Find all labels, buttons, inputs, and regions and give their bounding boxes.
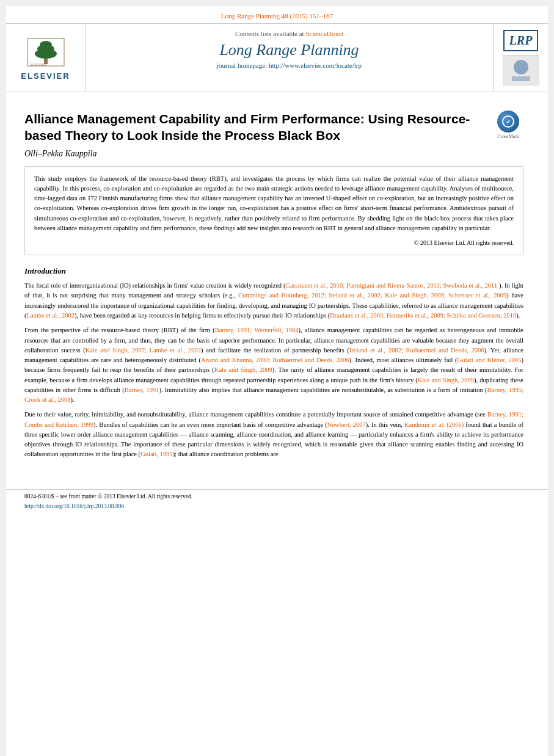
header-section: ELSEVIER ELSEVIER Contents lists availab… xyxy=(6,24,548,92)
ref-gulati2[interactable]: Gulati, 1999 xyxy=(140,451,173,457)
ref-kale3[interactable]: Kale and Singh, 2009 xyxy=(418,377,474,383)
ref-kale1[interactable]: Kale and Singh, 2007; Lambe et al., 2002 xyxy=(86,347,201,354)
lrp-image xyxy=(503,55,539,85)
footer-section: 0024-6301/$ – see front matter © 2013 El… xyxy=(6,489,548,511)
article-title-row: Alliance Management Capability and Firm … xyxy=(24,111,523,144)
ref-draulans[interactable]: Draulans et al., 2003; Heimeriks et al.,… xyxy=(330,312,516,319)
svg-point-4 xyxy=(40,41,52,48)
ref-cummings[interactable]: Cummings and Holmberg, 2012; Ireland et … xyxy=(238,292,506,299)
top-bar: Long Range Planning 48 (2015) 151–167 xyxy=(6,6,548,24)
elsevier-logo-block: ELSEVIER ELSEVIER xyxy=(6,24,86,92)
lrp-label: LRP xyxy=(509,34,533,47)
abstract-box: This study employs the framework of the … xyxy=(24,166,523,256)
ref-newbert[interactable]: Newbert, 2007 xyxy=(327,421,366,428)
intro-paragraph-2: From the perspective of the resource-bas… xyxy=(24,325,523,405)
ref-barney1[interactable]: Barney, 1991; Wernerfelt, 1984 xyxy=(215,327,299,333)
crossmark-label: CrossMark xyxy=(497,134,519,139)
ref-lambe[interactable]: Lambe et al., 2002 xyxy=(27,312,75,319)
crossmark-symbol: ✓ xyxy=(506,118,511,125)
crossmark-icon: ✓ xyxy=(497,111,519,133)
journal-name: Long Range Planning xyxy=(98,41,481,59)
author-name: Olli–Pekka Kauppila xyxy=(24,149,523,159)
ref-barney2[interactable]: Barney, 1991 xyxy=(125,387,159,393)
journal-homepage: journal homepage: http://www.elsevier.co… xyxy=(98,62,481,69)
journal-citation-link[interactable]: Long Range Planning 48 (2015) 151–167 xyxy=(221,12,333,20)
intro-paragraph-3: Due to their value, rarity, inimitabilit… xyxy=(24,410,523,459)
intro-paragraph-1: The focal role of interorganizational (I… xyxy=(24,281,523,321)
copyright-line: © 2013 Elsevier Ltd. All rights reserved… xyxy=(34,238,514,247)
footer-license: 0024-6301/$ – see front matter © 2013 El… xyxy=(24,493,523,500)
article-title: Alliance Management Capability and Firm … xyxy=(24,111,487,144)
crossmark-inner: ✓ xyxy=(502,115,514,128)
homepage-link[interactable]: journal homepage: http://www.elsevier.co… xyxy=(217,62,362,69)
svg-text:ELSEVIER: ELSEVIER xyxy=(29,63,46,67)
ref-gulati1[interactable]: Gulati and Kletter, 2005 xyxy=(457,357,522,363)
ref-gassmann[interactable]: Gassmann et al., 2010; Parmigiani and Ri… xyxy=(285,282,497,289)
lrp-box: LRP xyxy=(503,30,539,51)
elsevier-tree-icon: ELSEVIER xyxy=(21,35,70,69)
content-area: Alliance Management Capability and Firm … xyxy=(6,92,548,477)
ref-kale2[interactable]: Kale and Singh, 2009 xyxy=(214,366,272,373)
crossmark-badge[interactable]: ✓ CrossMark xyxy=(493,111,523,139)
page: Long Range Planning 48 (2015) 151–167 EL… xyxy=(6,6,548,756)
ref-barney3[interactable]: Barney, 1995; Crook et al., 2008 xyxy=(24,387,523,403)
ref-ireland[interactable]: Ireland et al., 2002; Rothaermel and Dee… xyxy=(349,347,484,354)
ref-kandemir[interactable]: Kandemir et al. (2006) xyxy=(404,421,464,428)
journal-title-block: Contents lists available at ScienceDirec… xyxy=(86,24,493,92)
lrp-logo-block: LRP xyxy=(493,24,548,92)
contents-label: Contents lists available at xyxy=(235,30,304,37)
footer-doi-link[interactable]: http://dx.doi.org/10.1016/j.lrp.2013.08.… xyxy=(24,503,124,509)
elsevier-text: ELSEVIER xyxy=(21,71,70,81)
sciencedirect-link: Contents lists available at ScienceDirec… xyxy=(98,30,481,37)
ref-anand[interactable]: Anand and Khanna, 2000; Rothaermel and D… xyxy=(201,357,349,363)
abstract-text: This study employs the framework of the … xyxy=(34,174,514,234)
svg-point-7 xyxy=(514,60,528,75)
sciencedirect-anchor[interactable]: ScienceDirect xyxy=(305,30,343,37)
svg-rect-8 xyxy=(512,76,530,81)
introduction-title: Introduction xyxy=(24,266,523,276)
